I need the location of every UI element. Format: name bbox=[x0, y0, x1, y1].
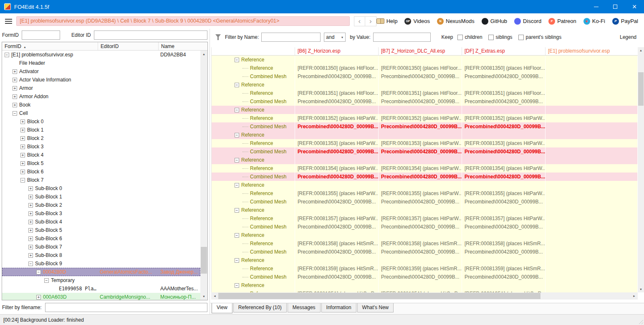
column-header-editorid[interactable]: EditorID bbox=[98, 42, 159, 50]
conflict-column-header[interactable]: [B7] Z_Horizon_DLC_All.esp bbox=[379, 47, 462, 55]
expand-icon[interactable]: + bbox=[28, 228, 33, 233]
tree-row[interactable]: −Sub-Block 9 bbox=[2, 259, 200, 268]
toolbar-link-kofi[interactable]: ♥Ko-Fi bbox=[583, 18, 605, 25]
conflict-group-row[interactable]: −Reference bbox=[212, 181, 638, 189]
collapse-icon[interactable]: − bbox=[235, 208, 239, 213]
conflict-cell[interactable]: [REFR:00081351] (places HitFloor... bbox=[379, 89, 462, 97]
editorid-input[interactable] bbox=[94, 30, 207, 40]
column-header-formid[interactable]: FormID bbox=[2, 42, 98, 50]
conflict-cell[interactable]: Precombined\0004280D_00099B... bbox=[462, 97, 546, 106]
tree-row[interactable]: +Block 4 bbox=[2, 151, 200, 159]
conflict-row[interactable]: Combined MeshPrecombined\0004280D_00099B… bbox=[212, 173, 638, 181]
forward-button[interactable] bbox=[365, 16, 376, 26]
conflict-cell[interactable] bbox=[295, 56, 379, 64]
conflict-cell[interactable] bbox=[546, 72, 638, 81]
conflict-cell[interactable] bbox=[546, 173, 638, 181]
conflict-group-row[interactable]: −Reference bbox=[212, 156, 638, 164]
conflict-cell[interactable]: Precombined\0004280D_00099B... bbox=[295, 122, 379, 131]
expand-icon[interactable]: + bbox=[20, 128, 25, 132]
expand-icon[interactable]: + bbox=[28, 186, 33, 191]
conflict-group-row[interactable]: −Reference bbox=[212, 256, 638, 264]
conflict-cell[interactable] bbox=[379, 56, 462, 64]
toolbar-link-github[interactable]: GitHub bbox=[482, 18, 507, 25]
expand-icon[interactable]: + bbox=[28, 245, 33, 249]
conflict-cell[interactable] bbox=[546, 239, 638, 248]
conflict-cell[interactable]: Precombined\0004280D_00099B... bbox=[379, 173, 462, 181]
conflict-cell[interactable]: [REFR:00081359] (places HitSmR... bbox=[379, 264, 462, 273]
conflict-cell[interactable]: Precombined\0004280D_00099B... bbox=[462, 147, 546, 156]
toolbar-link-patreon[interactable]: PPatreon bbox=[548, 18, 576, 25]
toolbar-link-paypal[interactable]: PPayPal bbox=[612, 18, 638, 25]
conflict-cell[interactable] bbox=[295, 181, 379, 189]
conflict-column-header[interactable]: [B6] Z_Horizon.esp bbox=[295, 47, 379, 55]
conflict-row[interactable]: Reference[REFR:00081354] (places HitParW… bbox=[212, 164, 638, 173]
conflict-cell[interactable]: [REFR:00081351] (places HitFloor... bbox=[462, 89, 546, 97]
collapse-icon[interactable]: − bbox=[44, 278, 49, 283]
conflict-cell[interactable]: [REFR:00081354] (places HitParW... bbox=[462, 164, 546, 173]
conflict-row[interactable]: Reference[REFR:00081351] (places HitFloo… bbox=[212, 89, 638, 97]
tree-row[interactable]: +Sub-Block 2 bbox=[2, 201, 200, 209]
expand-icon[interactable]: + bbox=[28, 253, 33, 258]
conflict-cell[interactable]: [REFR:00081359] (places HitSmR... bbox=[295, 264, 379, 273]
tree-row[interactable]: +Block 3 bbox=[2, 142, 200, 151]
expand-icon[interactable]: + bbox=[28, 236, 33, 241]
conflict-cell[interactable] bbox=[546, 114, 638, 122]
conflict-column-header[interactable]: [DF] Z_Extras.esp bbox=[462, 47, 546, 55]
conflict-cell[interactable] bbox=[462, 181, 546, 189]
conflict-cell[interactable]: Precombined\0004280D_00099B... bbox=[379, 97, 462, 106]
conflict-cell[interactable]: [REFR:00081357] (places HitParW... bbox=[379, 214, 462, 223]
column-header-name[interactable]: Name bbox=[159, 42, 207, 50]
conflict-cell[interactable] bbox=[379, 231, 462, 239]
conflict-cell[interactable]: [REFR:00081352] (places HitParW... bbox=[295, 114, 379, 122]
conflict-cell[interactable]: [REFR:00081354] (places HitParW... bbox=[379, 164, 462, 173]
expand-icon[interactable]: + bbox=[20, 153, 25, 157]
conflict-row[interactable]: Reference[REFR:00081358] (places HitSmR.… bbox=[212, 239, 638, 248]
conflict-cell[interactable] bbox=[379, 206, 462, 214]
conflict-cell[interactable]: Precombined\0004280D_00099B... bbox=[379, 198, 462, 206]
toolbar-link-nexusmods[interactable]: NNexusMods bbox=[437, 18, 475, 25]
tree-row[interactable]: +Block 1 bbox=[2, 126, 200, 134]
scroll-up-icon[interactable] bbox=[200, 51, 207, 58]
tree-row[interactable]: −Cell bbox=[2, 109, 200, 117]
expand-icon[interactable]: + bbox=[28, 211, 33, 216]
tree-row[interactable]: +Block 5 bbox=[2, 159, 200, 168]
collapse-icon[interactable]: − bbox=[235, 158, 239, 162]
conflict-cell[interactable] bbox=[546, 89, 638, 97]
conflict-cell[interactable] bbox=[462, 256, 546, 264]
toolbar-link-help[interactable]: Help bbox=[376, 18, 398, 24]
conflict-cell[interactable] bbox=[546, 139, 638, 147]
tree-row[interactable]: +Sub-Block 6 bbox=[2, 234, 200, 243]
conflict-cell[interactable]: [REFR:00081358] (places HitSmR... bbox=[462, 239, 546, 248]
conflict-cell[interactable]: Precombined\0004280D_00099B... bbox=[295, 223, 379, 231]
conflict-cell[interactable] bbox=[546, 131, 638, 139]
tree-row[interactable]: +Sub-Block 1 bbox=[2, 193, 200, 201]
conflict-cell[interactable] bbox=[546, 214, 638, 223]
conflict-cell[interactable] bbox=[462, 106, 546, 114]
conflict-cell[interactable] bbox=[379, 256, 462, 264]
conflict-cell[interactable] bbox=[379, 281, 462, 289]
tree-row[interactable]: +Armor bbox=[2, 84, 200, 92]
conflict-cell[interactable] bbox=[546, 189, 638, 198]
conflict-group-row[interactable]: −Reference bbox=[212, 281, 638, 289]
tree-row[interactable]: +Sub-Block 0 bbox=[2, 184, 200, 193]
tree-row[interactable]: +Block 0 bbox=[2, 117, 200, 126]
conflict-cell[interactable]: [REFR:00081353] (places HitParW... bbox=[462, 139, 546, 147]
expand-icon[interactable]: + bbox=[20, 161, 25, 166]
collapse-icon[interactable]: − bbox=[20, 178, 25, 183]
tree-row[interactable]: +Actor Value Information bbox=[2, 76, 200, 84]
conflict-group-row[interactable]: −Reference bbox=[212, 131, 638, 139]
tab-what-s-new[interactable]: What's New bbox=[357, 303, 394, 312]
conflict-row[interactable]: Combined MeshPrecombined\0004280D_00099B… bbox=[212, 273, 638, 281]
conflict-row[interactable]: Reference[REFR:00081357] (places HitParW… bbox=[212, 214, 638, 223]
tree-row[interactable]: E1099058 Placed ObjectAAAMotherTes... bbox=[2, 284, 200, 293]
conflict-cell[interactable] bbox=[295, 256, 379, 264]
conflict-cell[interactable]: Precombined\0004280D_00099B... bbox=[462, 273, 546, 281]
conflict-cell[interactable]: Precombined\0004280D_00099B... bbox=[295, 97, 379, 106]
conflict-cell[interactable] bbox=[546, 248, 638, 256]
tab-messages[interactable]: Messages bbox=[288, 303, 321, 312]
expand-icon[interactable]: + bbox=[36, 295, 41, 300]
conflict-cell[interactable] bbox=[462, 56, 546, 64]
formid-input[interactable] bbox=[22, 30, 60, 40]
collapse-icon[interactable]: − bbox=[235, 233, 239, 238]
conflict-cell[interactable]: Precombined\0004280D_00099B... bbox=[379, 248, 462, 256]
